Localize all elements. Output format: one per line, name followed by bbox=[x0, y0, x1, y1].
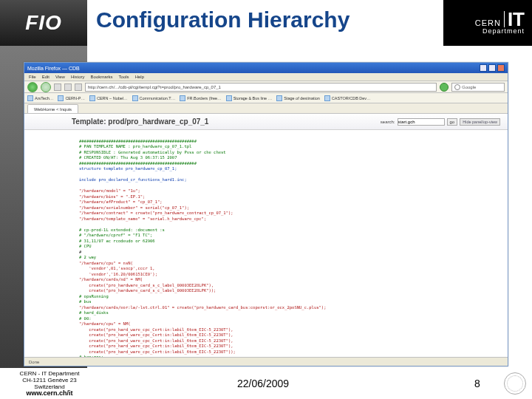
code-line: "/hardware/serialnumber" = serial("cp_07… bbox=[79, 205, 189, 210]
bookmark-icon bbox=[27, 95, 33, 101]
bookmark-item[interactable]: CERN – Nobel… bbox=[89, 95, 128, 101]
tab-bar: WebHome < Inquis bbox=[24, 103, 508, 114]
code-line: # cp-prod-1L extended: :document :s bbox=[79, 228, 165, 232]
bookmark-item[interactable]: Communication.T… bbox=[132, 95, 176, 101]
department-label: Department bbox=[482, 27, 525, 35]
bookmarks-bar: ArsTech… CERN-P… CERN – Nobel… Communica… bbox=[24, 93, 508, 103]
code-line: "/hardware/cards/eor:la/-lst.ctrl.01" = … bbox=[79, 305, 326, 310]
bookmark-label: FR.Borders (free… bbox=[187, 96, 221, 100]
code-line: create("pro_hard_ware_cpc_Cert:in:labil_… bbox=[79, 344, 233, 348]
code-line: "/hardware/cpu" = nsN( bbox=[79, 261, 133, 265]
url-text: http://cern.ch/.../cdb-pl/cgi/templ.cgi?… bbox=[88, 85, 221, 89]
code-line: # RESPONSIBLE : Generated automatically … bbox=[79, 150, 226, 154]
forward-icon[interactable] bbox=[41, 82, 51, 92]
go-button[interactable]: go bbox=[447, 118, 458, 126]
search-placeholder: Google bbox=[462, 85, 476, 89]
bookmark-label: CERN – Nobel… bbox=[97, 96, 128, 100]
search-label: search: bbox=[381, 120, 395, 124]
bookmark-label: ArsTech… bbox=[35, 96, 53, 100]
bookmark-label: CASTOR/CDB Dev… bbox=[332, 96, 371, 100]
code-line: structure template pro_hardware_cp_07_1; bbox=[79, 166, 177, 171]
bookmark-icon bbox=[324, 95, 330, 101]
bookmark-icon bbox=[58, 95, 64, 101]
code-line: "/hardware/bios" = ".EP.1"; bbox=[79, 194, 145, 199]
bookmark-icon bbox=[132, 95, 138, 101]
it-big: IT bbox=[504, 11, 525, 27]
bookmark-item[interactable]: Stage of destination bbox=[276, 95, 320, 101]
code-line: "/hardware/cards/nd" = NM( bbox=[79, 277, 143, 282]
bookmark-icon bbox=[226, 95, 232, 101]
cern-wheel-icon bbox=[504, 372, 526, 395]
cern-small: CERN bbox=[475, 18, 501, 27]
tab-active[interactable]: WebHome < Inquis bbox=[27, 104, 78, 113]
code-line: # CPU bbox=[79, 244, 92, 248]
code-line: create("pro_hard_ware_cpc_Cert:in:labil_… bbox=[79, 338, 233, 343]
home-icon[interactable] bbox=[75, 83, 82, 91]
menu-edit[interactable]: Edit bbox=[42, 75, 50, 79]
menu-help[interactable]: Help bbox=[135, 75, 144, 79]
document-header: Template: prod/pro_hardware_cp_07_1 sear… bbox=[24, 114, 508, 130]
bookmark-item[interactable]: Storage & Bus line … bbox=[226, 95, 273, 101]
bookmark-icon bbox=[89, 95, 95, 101]
code-line: create("pro_hardware_card_s_c_label_0000… bbox=[79, 283, 214, 287]
bookmark-item[interactable]: ArsTech… bbox=[27, 95, 53, 101]
code-line: create("pro_hard_ware_cpc_Cert:in:labil_… bbox=[79, 349, 236, 354]
window-title-text: Mozilla Firefox — CDB bbox=[27, 66, 480, 71]
code-line: # CREATED ON/AT: Thu Aug 3 06:37:15 2007 bbox=[79, 155, 177, 160]
search-icon bbox=[454, 84, 460, 90]
menu-tools[interactable]: Tools bbox=[119, 75, 129, 79]
bookmark-item[interactable]: CERN-P… bbox=[58, 95, 85, 101]
fio-logo: FIO bbox=[0, 0, 87, 46]
bookmark-icon bbox=[276, 95, 282, 101]
menu-view[interactable]: View bbox=[55, 75, 65, 79]
bookmark-item[interactable]: CASTOR/CDB Dev… bbox=[324, 95, 371, 101]
code-line: create("pro_hardware_card_s_c_label_0000… bbox=[79, 288, 216, 293]
code-line: ########################################… bbox=[79, 161, 197, 166]
window-titlebar[interactable]: Mozilla Firefox — CDB bbox=[24, 63, 508, 73]
code-line: # 31,11/07 ac rcodeudo or 62906 bbox=[79, 239, 155, 243]
go-icon[interactable] bbox=[440, 83, 449, 92]
minimize-icon[interactable] bbox=[480, 64, 487, 72]
template-search: search: go Hide panel/op-view bbox=[381, 118, 500, 126]
toggle-panel-button[interactable]: Hide panel/op-view bbox=[460, 118, 500, 126]
bookmark-label: Stage of destination bbox=[284, 96, 320, 100]
code-line: # 2 way bbox=[79, 255, 96, 259]
code-line: "/hardware/afProduct" = "cp_07_1"; bbox=[79, 200, 163, 204]
browser-window: Mozilla Firefox — CDB File Edit View His… bbox=[24, 62, 508, 366]
bookmark-icon bbox=[180, 95, 185, 101]
close-icon[interactable] bbox=[497, 64, 505, 72]
menu-bookmarks[interactable]: Bookmarks bbox=[91, 75, 113, 79]
page-number: 8 bbox=[474, 378, 504, 389]
code-line: # PAN TEMPLATE NAME : pro_hardware_cp_07… bbox=[79, 144, 191, 149]
stop-icon[interactable] bbox=[64, 83, 72, 91]
code-line: "/hardware/model" = "1u"; bbox=[79, 188, 140, 193]
url-input[interactable]: http://cern.ch/.../cdb-pl/cgi/templ.cgi?… bbox=[85, 83, 437, 92]
code-line: # hard_disks bbox=[79, 310, 109, 315]
back-icon[interactable] bbox=[27, 82, 38, 92]
reload-icon[interactable] bbox=[54, 83, 61, 91]
footer-line1: CERN - IT Department bbox=[3, 370, 96, 377]
code-line: "/hardware/contract" = create("pro_hardw… bbox=[79, 211, 233, 215]
code-line: include pro_declared_cr_functions_hard1.… bbox=[79, 177, 187, 182]
fio-text: FIO bbox=[25, 11, 62, 35]
search-input[interactable]: Google bbox=[451, 83, 505, 92]
slide-title: Configuration Hierarchy bbox=[96, 7, 349, 33]
code-line: 'vendor','16.20/006151CE0'); bbox=[79, 272, 157, 276]
code-line: # 00: bbox=[79, 316, 92, 321]
bookmark-label: Storage & Bus line … bbox=[233, 96, 273, 100]
template-search-input[interactable] bbox=[398, 118, 445, 126]
browser-statusbar: Done bbox=[24, 357, 508, 366]
code-line: "/hardware/cpu" = NM( bbox=[79, 321, 131, 326]
menu-file[interactable]: File bbox=[29, 75, 36, 79]
footer-url: www.cern.ch/it bbox=[3, 390, 96, 397]
maximize-icon[interactable] bbox=[488, 64, 496, 72]
bookmark-item[interactable]: FR.Borders (free… bbox=[180, 95, 221, 101]
status-text: Done bbox=[29, 360, 39, 364]
tab-label: WebHome < Inquis bbox=[34, 107, 72, 112]
template-source[interactable]: ########################################… bbox=[24, 130, 508, 357]
code-line: ########################################… bbox=[79, 139, 197, 143]
code-line: create("pro_hard_ware_cpc_Cert:in:labil_… bbox=[79, 327, 233, 332]
menu-history[interactable]: History bbox=[71, 75, 85, 79]
document-title: Template: prod/pro_hardware_cp_07_1 bbox=[32, 117, 208, 126]
footer-address: CERN - IT Department CH-1211 Genève 23 S… bbox=[0, 370, 96, 397]
